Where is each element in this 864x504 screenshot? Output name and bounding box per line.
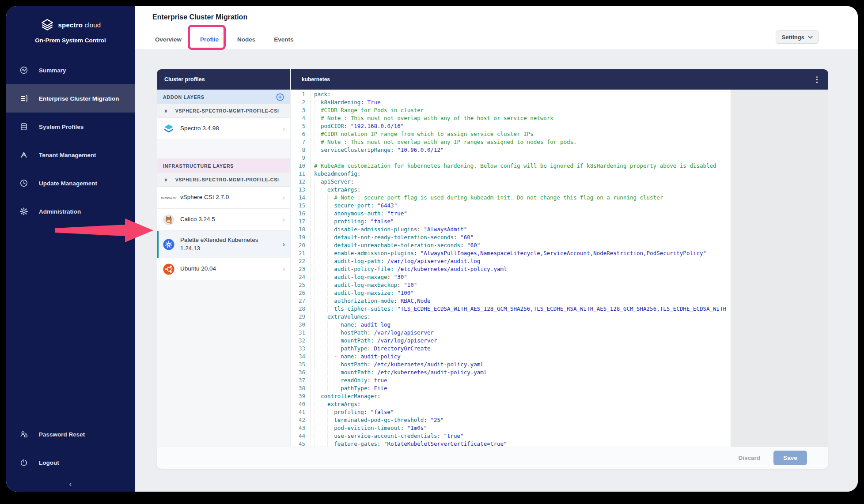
tab-events[interactable]: Events xyxy=(274,36,293,49)
code-line[interactable]: 36 mountPath: /etc/kubernetes/audit-poli… xyxy=(291,369,726,376)
code-line[interactable]: 18 disable-admission-plugins: "AlwaysAdm… xyxy=(291,226,726,233)
code-line[interactable]: 12 apiServer: xyxy=(291,178,726,186)
layer-item-ubuntu[interactable]: Ubuntu 20.04 › xyxy=(157,258,290,280)
tab-nodes[interactable]: Nodes xyxy=(237,36,255,49)
code-line[interactable]: 34 - name: audit-policy xyxy=(291,353,726,361)
layer-item-label: Ubuntu 20.04 xyxy=(180,265,277,273)
save-button[interactable]: Save xyxy=(773,451,807,465)
code-line[interactable]: 42 terminated-pod-gc-threshold: "25" xyxy=(291,416,726,424)
layer-item-calico[interactable]: Calico 3.24.5 › xyxy=(157,209,290,231)
code-line[interactable]: 26 audit-log-maxsize: "100" xyxy=(291,289,726,297)
sidebar-item-administration[interactable]: Administration xyxy=(6,197,135,226)
code-line[interactable]: 39 controllerManager: xyxy=(291,392,726,400)
code-line[interactable]: 24 audit-log-maxage: "30" xyxy=(291,273,726,281)
user-lock-icon xyxy=(19,430,28,439)
migration-list-icon xyxy=(19,94,28,103)
power-icon xyxy=(19,458,28,467)
sidebar-item-label: Password Reset xyxy=(39,431,85,438)
line-number: 12 xyxy=(291,178,311,186)
infrastructure-layers-header: INFRASTRUCTURE LAYERS xyxy=(157,158,290,173)
line-number: 14 xyxy=(291,194,311,202)
line-number: 38 xyxy=(291,384,311,392)
add-layer-button[interactable] xyxy=(276,93,284,101)
infrastructure-layers-label: INFRASTRUCTURE LAYERS xyxy=(163,163,234,169)
code-line[interactable]: 35 hostPath: /etc/kubernetes/audit-polic… xyxy=(291,361,726,369)
line-number: 20 xyxy=(291,241,311,249)
sidebar-item-password-reset[interactable]: Password Reset xyxy=(6,420,135,448)
code-line[interactable]: 43 pod-eviction-timeout: "1m0s" xyxy=(291,424,726,432)
discard-button[interactable]: Discard xyxy=(738,455,760,461)
code-line[interactable]: 40 extraArgs: xyxy=(291,400,726,408)
chevron-down-icon: ∨ xyxy=(164,108,168,114)
tab-profile[interactable]: Profile xyxy=(200,36,219,49)
sidebar-item-summary[interactable]: Summary xyxy=(6,56,135,84)
line-number: 18 xyxy=(291,226,311,233)
code-line[interactable]: 20 default-unreachable-toleration-second… xyxy=(291,241,726,249)
addon-profile-group[interactable]: ∨ VSPHERE-SPECTRO-MGMT-PROFILE-CSI xyxy=(157,104,290,118)
code-line[interactable]: 19 default-not-ready-toleration-seconds:… xyxy=(291,233,726,241)
editor-scrollbar-track[interactable] xyxy=(726,90,731,447)
brand-light: cloud xyxy=(85,21,101,29)
line-number: 28 xyxy=(291,305,311,313)
code-line[interactable]: 21 enable-admission-plugins: "AlwaysPull… xyxy=(291,249,726,257)
code-line[interactable]: 41 profiling: "false" xyxy=(291,408,726,416)
code-line[interactable]: 29 extraVolumes: xyxy=(291,313,726,321)
code-line[interactable]: 14 # Note : secure-port flag is used dur… xyxy=(291,194,726,202)
yaml-editor[interactable]: 1pack:2 k8sHardening: True3 #CIDR Range … xyxy=(291,90,726,447)
sidebar-collapse-button[interactable]: ‹ xyxy=(6,477,135,492)
code-line[interactable]: 27 authorization-mode: RBAC,Node xyxy=(291,297,726,305)
code-line[interactable]: 23 audit-policy-file: /etc/kubernetes/au… xyxy=(291,265,726,273)
layer-item-palette-extended-kubernetes[interactable]: Palette eXtended Kubernetes 1.24.13 › xyxy=(157,231,290,258)
code-line[interactable]: 5 podCIDR: "192.168.0.0/16" xyxy=(291,122,726,130)
code-line[interactable]: 25 audit-log-maxbackup: "10" xyxy=(291,281,726,289)
code-line[interactable]: 38 pathType: File xyxy=(291,384,726,392)
code-line[interactable]: 3 #CIDR Range for Pods in cluster xyxy=(291,106,726,114)
sidebar-item-system-profiles[interactable]: System Profiles xyxy=(6,113,135,141)
layer-item-vsphere-csi[interactable]: vmware vSphere CSI 2.7.0 › xyxy=(157,187,290,209)
line-number: 35 xyxy=(291,361,311,369)
code-line[interactable]: 32 mountPath: /var/log/apiserver xyxy=(291,337,726,345)
code-line[interactable]: 1pack: xyxy=(291,90,726,98)
code-line[interactable]: 4 # Note : This must not overlap with an… xyxy=(291,114,726,122)
cluster-profiles-title: Cluster profiles xyxy=(164,76,205,83)
code-line[interactable]: 6 #CIDR notation IP range from which to … xyxy=(291,130,726,138)
sidebar-item-update-management[interactable]: Update Management xyxy=(6,169,135,197)
code-line[interactable]: 44 use-service-account-credentials: "tru… xyxy=(291,432,726,440)
sidebar-item-enterprise-cluster-migration[interactable]: Enterprise Cluster Migration xyxy=(6,84,135,113)
code-line[interactable]: 2 k8sHardening: True xyxy=(291,98,726,106)
chevron-right-icon: › xyxy=(283,125,285,133)
activity-icon xyxy=(19,66,28,75)
code-line[interactable]: 7 # Note : This must not overlap with an… xyxy=(291,138,726,146)
code-line[interactable]: 17 profiling: "false" xyxy=(291,218,726,226)
layer-item-label: Calico 3.24.5 xyxy=(180,215,277,223)
code-line[interactable]: 11kubeadmconfig: xyxy=(291,170,726,178)
kebab-menu-icon[interactable] xyxy=(815,75,819,85)
sidebar-item-logout[interactable]: Logout xyxy=(6,448,135,477)
sidebar-item-label: Logout xyxy=(39,459,59,466)
sidebar-nav: Summary Enterprise Cluster Migration Sys… xyxy=(6,56,135,226)
code-line[interactable]: 16 anonymous-auth: "true" xyxy=(291,210,726,218)
code-line[interactable]: 28 tls-cipher-suites: "TLS_ECDHE_ECDSA_W… xyxy=(291,305,726,313)
settings-button[interactable]: Settings xyxy=(776,30,819,44)
sidebar-item-tenant-management[interactable]: Tenant Management xyxy=(6,141,135,169)
code-line[interactable]: 15 secure-port: "6443" xyxy=(291,202,726,210)
layer-item-spectro[interactable]: Spectro 3.4.98 › xyxy=(157,118,290,140)
code-line[interactable]: 8 serviceClusterIpRange: "10.96.0.0/12" xyxy=(291,146,726,154)
code-line[interactable]: 31 hostPath: /var/log/apiserver xyxy=(291,329,726,337)
line-number: 27 xyxy=(291,297,311,305)
tab-overview[interactable]: Overview xyxy=(155,36,182,49)
code-line[interactable]: 37 readOnly: true xyxy=(291,376,726,384)
code-line[interactable]: 45 feature-gates: "RotateKubeletServerCe… xyxy=(291,440,726,447)
code-line[interactable]: 9 xyxy=(291,154,726,162)
infra-profile-group[interactable]: ∨ VSPHERE-SPECTRO-MGMT-PROFILE-CSI xyxy=(157,173,290,187)
layer-item-label: vSphere CSI 2.7.0 xyxy=(180,193,277,201)
code-line[interactable]: 30 - name: audit-log xyxy=(291,321,726,329)
line-number: 31 xyxy=(291,329,311,337)
code-line[interactable]: 10# KubeAdm customization for kubernetes… xyxy=(291,162,726,170)
line-number: 37 xyxy=(291,376,311,384)
content-area: Cluster profiles ADDON LAYERS xyxy=(135,50,858,492)
code-line[interactable]: 13 extraArgs: xyxy=(291,186,726,194)
code-line[interactable]: 33 pathType: DirectoryOrCreate xyxy=(291,345,726,353)
code-line[interactable]: 22 audit-log-path: /var/log/apiserver/au… xyxy=(291,257,726,265)
sidebar: spectro cloud On-Prem System Control Sum… xyxy=(6,6,135,492)
